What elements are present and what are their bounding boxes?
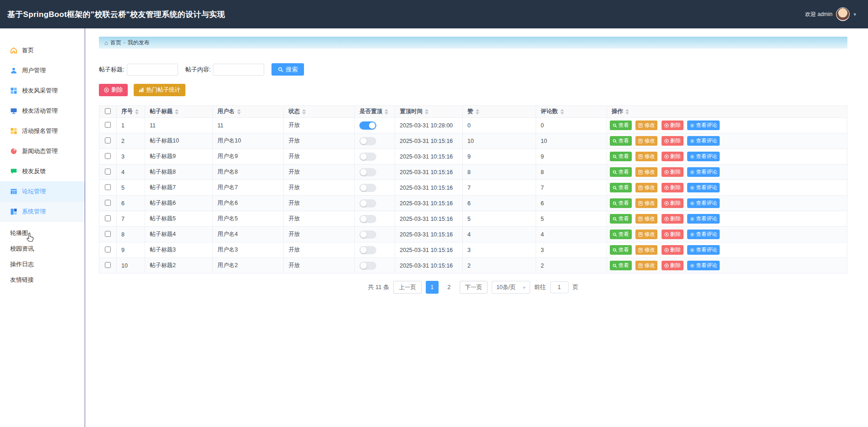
row-checkbox[interactable] [105,200,111,206]
edit-button[interactable]: 修改 [635,214,657,224]
pin-toggle[interactable] [359,199,376,208]
pin-toggle[interactable] [359,262,376,270]
view-button[interactable]: 查看 [610,198,632,208]
pin-toggle[interactable] [359,246,376,254]
edit-button[interactable]: 修改 [635,183,657,192]
delete-row-button[interactable]: 删除 [662,152,684,161]
delete-row-button[interactable]: 删除 [662,120,684,130]
sort-carets-icon[interactable] [175,109,179,115]
pin-toggle[interactable] [359,184,376,192]
goto-page-input[interactable] [550,281,569,293]
row-checkbox[interactable] [105,169,111,175]
column-header[interactable]: 是否置顶 [355,106,395,118]
breadcrumb-home[interactable]: 首页 [110,39,121,47]
row-checkbox[interactable] [105,184,111,190]
view-button[interactable]: 查看 [610,183,632,192]
edit-button[interactable]: 修改 [635,120,657,130]
column-header[interactable]: 操作 [607,106,847,118]
sidebar-subitem-operation-log[interactable]: 操作日志 [0,257,85,272]
column-header[interactable]: 置顶时间 [395,106,463,118]
view-comments-button[interactable]: 查看评论 [687,261,720,270]
sidebar-item-home[interactable]: 首页 [0,40,85,60]
view-comments-button[interactable]: 查看评论 [687,120,720,130]
delete-row-button[interactable]: 删除 [662,245,684,255]
column-header[interactable]: 赞 [463,106,536,118]
page-1-button[interactable]: 1 [426,281,439,294]
delete-row-button[interactable]: 删除 [662,198,684,208]
edit-button[interactable]: 修改 [635,230,657,239]
edit-button[interactable]: 修改 [635,245,657,255]
edit-button[interactable]: 修改 [635,167,657,177]
user-area[interactable]: 欢迎 admin ▾ [805,7,856,21]
sort-carets-icon[interactable] [385,109,388,115]
page-2-button[interactable]: 2 [443,281,456,294]
delete-button[interactable]: 删除 [99,84,128,96]
edit-button[interactable]: 修改 [635,261,657,270]
row-checkbox[interactable] [105,153,111,159]
delete-row-button[interactable]: 删除 [662,261,684,270]
row-checkbox[interactable] [105,122,111,128]
sort-carets-icon[interactable] [476,109,479,115]
edit-button[interactable]: 修改 [635,136,657,146]
view-comments-button[interactable]: 查看评论 [687,167,720,177]
sort-carets-icon[interactable] [302,109,306,115]
prev-page-button[interactable]: 上一页 [393,281,422,294]
sidebar-item-alumni-activity[interactable]: 校友活动管理 [0,101,85,121]
sidebar-item-activity-signup[interactable]: 活动报名管理 [0,121,85,141]
column-header[interactable]: 状态 [284,106,355,118]
view-comments-button[interactable]: 查看评论 [687,183,720,192]
view-button[interactable]: 查看 [610,136,632,146]
view-comments-button[interactable]: 查看评论 [687,214,720,224]
sidebar-subitem-carousel[interactable]: 轮播图 [0,225,85,241]
sidebar-item-feedback[interactable]: 校友反馈 [0,161,85,181]
sort-carets-icon[interactable] [425,109,429,115]
row-checkbox[interactable] [105,262,111,268]
row-checkbox[interactable] [105,246,111,252]
view-comments-button[interactable]: 查看评论 [687,230,720,239]
view-comments-button[interactable]: 查看评论 [687,152,720,161]
column-header[interactable]: 帖子标题 [145,106,213,118]
sort-carets-icon[interactable] [135,109,139,115]
view-button[interactable]: 查看 [610,167,632,177]
sidebar-item-alumni-style[interactable]: 校友风采管理 [0,81,85,101]
view-comments-button[interactable]: 查看评论 [687,136,720,146]
view-comments-button[interactable]: 查看评论 [687,245,720,255]
pin-toggle[interactable] [359,137,376,145]
view-button[interactable]: 查看 [610,230,632,239]
pin-toggle[interactable] [359,215,376,223]
sidebar-item-news[interactable]: 新闻动态管理 [0,141,85,161]
row-checkbox[interactable] [105,215,111,221]
delete-row-button[interactable]: 删除 [662,136,684,146]
row-checkbox[interactable] [105,137,111,143]
sort-carets-icon[interactable] [625,109,629,115]
sidebar-subitem-campus-info[interactable]: 校园资讯 [0,241,85,257]
row-checkbox[interactable] [105,231,111,237]
view-button[interactable]: 查看 [610,245,632,255]
search-button[interactable]: 搜索 [271,63,304,76]
next-page-button[interactable]: 下一页 [460,281,488,294]
sidebar-subitem-friend-links[interactable]: 友情链接 [0,272,85,288]
pin-toggle[interactable] [359,230,376,239]
column-header[interactable]: 评论数 [536,106,607,118]
view-button[interactable]: 查看 [610,214,632,224]
edit-button[interactable]: 修改 [635,198,657,208]
chevron-down-icon[interactable]: ▾ [853,11,856,17]
sort-carets-icon[interactable] [237,109,241,115]
view-button[interactable]: 查看 [610,120,632,130]
sidebar-item-forum[interactable]: 论坛管理 [0,181,85,202]
sidebar-item-user-management[interactable]: 用户管理 [0,60,85,81]
delete-row-button[interactable]: 删除 [662,183,684,192]
page-size-select[interactable]: 10条/页 ▾ [492,281,530,294]
pin-toggle[interactable] [359,121,376,130]
delete-row-button[interactable]: 删除 [662,167,684,177]
pin-toggle[interactable] [359,153,376,161]
edit-button[interactable]: 修改 [635,152,657,161]
column-header[interactable]: 序号 [117,106,145,118]
sort-carets-icon[interactable] [560,109,564,115]
user-avatar[interactable] [836,7,850,21]
pin-toggle[interactable] [359,168,376,176]
delete-row-button[interactable]: 删除 [662,214,684,224]
post-content-input[interactable] [213,64,264,76]
view-comments-button[interactable]: 查看评论 [687,198,720,208]
sidebar-item-system[interactable]: 系统管理 [0,202,85,222]
